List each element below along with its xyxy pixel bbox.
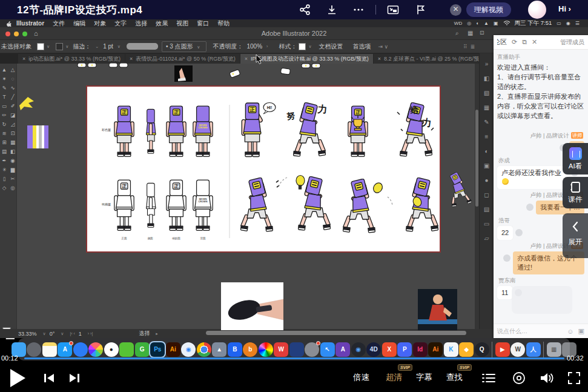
appearance-panel-icon[interactable]: ● — [484, 173, 488, 188]
reaction-dot[interactable] — [515, 229, 523, 236]
menu-item-0[interactable]: 文件 — [53, 19, 65, 28]
quality-button[interactable]: 超清 — [386, 372, 402, 383]
refresh-icon[interactable]: ⟳ — [512, 38, 517, 46]
ai-watch-tab[interactable]: AI看 — [563, 143, 588, 174]
comments-panel-icon[interactable]: ◻ — [484, 188, 489, 202]
menu-item-8[interactable]: 帮助 — [217, 19, 230, 28]
chat-input[interactable]: 说点什么… — [497, 327, 563, 336]
zoom-tool[interactable]: ◎ — [8, 184, 17, 193]
window-zoom-button[interactable] — [22, 32, 27, 36]
arrange-icon[interactable]: ⊡ — [480, 30, 484, 36]
pen-tool[interactable]: ✎ — [0, 84, 8, 93]
subtitles-button[interactable]: 字幕 — [416, 372, 432, 383]
artboards-panel-icon[interactable]: ▭ — [484, 217, 489, 231]
document-tab-3[interactable]: ×8.2 桌球赛点 - VI类.ai @ 25 % (RGB/预览) — [374, 54, 491, 64]
menu-item-6[interactable]: 视图 — [176, 19, 188, 28]
flag-icon[interactable] — [414, 4, 426, 16]
zoom-level[interactable]: 33.33% — [18, 331, 37, 337]
lasso-tool[interactable]: ◌ — [8, 75, 17, 84]
fullscreen-icon[interactable] — [567, 371, 581, 385]
width-tool[interactable]: ≋ — [0, 129, 8, 138]
artboard-number[interactable]: 1 — [79, 331, 82, 337]
control-center-icon[interactable]: ☰ — [575, 21, 580, 26]
more-icon[interactable] — [352, 4, 365, 16]
column-graph-tool[interactable]: ▆ — [8, 165, 17, 174]
window-close-button[interactable] — [5, 32, 10, 36]
reaction-dot[interactable] — [526, 204, 533, 211]
eraser-tool[interactable]: ◪ — [8, 111, 17, 120]
magic-wand-tool[interactable]: ✶ — [0, 75, 8, 84]
hand-tool[interactable]: ◇ — [0, 184, 8, 193]
direct-selection-tool[interactable]: △ — [8, 65, 17, 75]
search-in-video-button[interactable]: 查找 — [446, 372, 463, 383]
record-icon[interactable] — [512, 371, 526, 385]
notification-icon[interactable]: ▣ — [494, 21, 498, 26]
seek-bar[interactable] — [24, 357, 564, 359]
stroke-weight-value[interactable]: 1 pt — [103, 43, 113, 50]
color-panel-icon[interactable]: ◧ — [484, 71, 489, 86]
document-tab-0[interactable]: ×ip动态贴图.ai* @ 33.33 % (RGB/预览) — [18, 54, 125, 64]
user-avatar[interactable] — [528, 1, 546, 19]
expand-tab[interactable]: 展开 — [563, 213, 588, 258]
menu-item-4[interactable]: 选择 — [135, 19, 147, 28]
emoji-icon[interactable]: ☺ — [567, 328, 573, 335]
siri-icon[interactable]: ◉ — [566, 21, 570, 26]
chat-tab-discussion[interactable]: 讨论区 — [497, 38, 507, 47]
transparency-panel-icon[interactable]: ▣ — [484, 159, 489, 173]
document-setup-button[interactable]: 文档设置 — [319, 42, 343, 51]
line-segment-tool[interactable]: ╱ — [8, 93, 17, 102]
selection-tool[interactable]: ▲ — [0, 65, 8, 75]
artboard-tool[interactable]: ▯ — [0, 174, 8, 184]
menu-item-1[interactable]: 编辑 — [73, 19, 85, 28]
shape-builder-tool[interactable]: ⊞ — [0, 138, 8, 147]
free-transform-tool[interactable]: ⊡ — [8, 129, 17, 138]
blend-tool[interactable]: ◉ — [8, 156, 17, 165]
brush-definition[interactable]: • 3 点圆形 ∨ — [162, 41, 207, 52]
align-icon[interactable]: ⇥ ∨ — [378, 44, 389, 50]
menu-item-7[interactable]: 窗口 — [197, 19, 209, 28]
wd-drive-icon[interactable]: WD — [454, 21, 462, 26]
preferences-button[interactable]: 首选项 — [353, 42, 371, 51]
menu-item-5[interactable]: 效果 — [156, 19, 168, 28]
document-tab-1[interactable]: ×表情饮品-011024.ai* @ 50 % (RGB/预览) — [125, 54, 240, 64]
next-button[interactable] — [68, 371, 81, 385]
eyedropper-tool[interactable]: ✒ — [0, 156, 8, 165]
tab-close-icon[interactable]: × — [130, 56, 133, 62]
horizontal-scrollbar[interactable] — [206, 331, 466, 335]
color-guide-panel-icon[interactable]: ▧ — [484, 86, 489, 101]
brushes-panel-icon[interactable]: ✎ — [484, 115, 489, 130]
bluetooth-icon[interactable]: ◐ — [476, 21, 479, 26]
swatches-panel-icon[interactable]: ▦ — [484, 101, 489, 115]
paintbrush-tool[interactable]: ✐ — [8, 102, 17, 111]
style-swatch[interactable] — [299, 43, 306, 50]
menu-item-2[interactable]: 对象 — [94, 19, 106, 28]
layers-panel-icon[interactable]: ▤ — [484, 202, 489, 217]
mesh-tool[interactable]: ▤ — [0, 147, 8, 156]
rotation-value[interactable]: 0° — [50, 331, 55, 337]
stroke-swatch[interactable] — [56, 43, 63, 50]
curvature-tool[interactable]: ∿ — [8, 84, 17, 93]
menu-item-3[interactable]: 文字 — [114, 19, 127, 28]
brush-preview[interactable] — [127, 43, 158, 50]
gradient-tool[interactable]: ◧ — [8, 147, 17, 156]
type-tool[interactable]: T — [0, 93, 8, 102]
tab-close-icon[interactable]: × — [22, 56, 25, 62]
menubar-app-name[interactable]: Illustrator — [16, 20, 44, 27]
stroke-panel-icon[interactable]: ≡ — [485, 130, 489, 144]
previous-button[interactable] — [42, 371, 56, 385]
opacity-value[interactable]: 100% — [246, 43, 262, 50]
window-minimize-button[interactable] — [14, 32, 19, 36]
manage-members-button[interactable]: 管理成员 — [560, 38, 584, 47]
playlist-icon[interactable] — [481, 371, 496, 385]
home-icon[interactable]: ⌂ — [34, 30, 38, 37]
symbol-sprayer-tool[interactable]: ✳ — [0, 165, 8, 174]
speed-button[interactable]: 倍速 — [353, 372, 369, 383]
close-chat-icon[interactable]: ✕ — [532, 38, 537, 46]
wifi-icon[interactable] — [503, 21, 510, 26]
fill-swatch[interactable] — [37, 43, 44, 50]
download-icon[interactable] — [326, 4, 338, 16]
picture-in-picture-icon[interactable] — [387, 4, 399, 16]
workspace-icon[interactable]: ▦ — [467, 30, 473, 36]
play-button[interactable] — [8, 368, 27, 388]
alert-icon[interactable]: ▲ — [484, 21, 489, 26]
